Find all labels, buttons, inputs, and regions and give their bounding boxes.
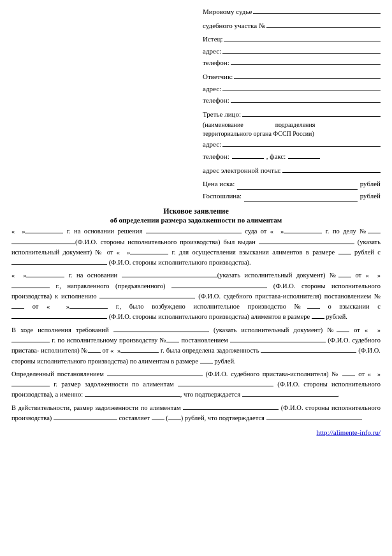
to-judge-label: Мировому судье: [203, 6, 252, 18]
address-label3: адрес:: [203, 139, 221, 150]
title-sub: об определении размера задолженности по …: [11, 216, 381, 224]
third-party-label: Третье лицо:: [203, 109, 241, 121]
price-label: Цена иска:: [203, 179, 235, 190]
paragraph-1: « » г. на основании решения суда от « » …: [11, 226, 381, 268]
address-label2: адрес:: [203, 84, 221, 95]
paragraph-2: « » г. на основании (указать исполнитель…: [11, 270, 381, 322]
website-url: http://alimente-info.ru/: [316, 428, 381, 436]
paragraph-4: Определенный постановлением (Ф.И.О. суде…: [11, 369, 381, 400]
price-unit: рублей: [360, 179, 381, 190]
district-label: судебного участка №: [203, 20, 265, 32]
duty-label: Госпошлина:: [203, 191, 242, 202]
footer-link[interactable]: http://alimente-info.ru/: [11, 428, 381, 436]
phone-label2: телефон:: [203, 95, 229, 106]
third-party-desc: (наименование подразделения: [203, 121, 315, 128]
plaintiff-label: Истец:: [203, 34, 222, 45]
third-party-desc2: территориального органа ФССП России): [203, 130, 314, 137]
defendant-label: Ответчик:: [203, 71, 233, 83]
paragraph-3: В ходе исполнения требований (указать ис…: [11, 325, 381, 367]
duty-unit: рублей: [360, 191, 381, 202]
address-label1: адрес:: [203, 46, 221, 57]
title-main: Исковое заявление: [11, 207, 381, 216]
paragraph-5: В действительности, размер задолженности…: [11, 403, 381, 424]
fax-label: , факс:: [266, 151, 286, 163]
page: Мировому судье судебного участка № Истец…: [0, 0, 392, 556]
phone-label3: телефон:: [203, 151, 229, 163]
header-block: Мировому судье судебного участка № Истец…: [203, 6, 381, 201]
phone-label1: телефон:: [203, 57, 229, 69]
document-title: Исковое заявление об определении размера…: [11, 207, 381, 224]
email-label: адрес электронной почты:: [203, 165, 281, 177]
